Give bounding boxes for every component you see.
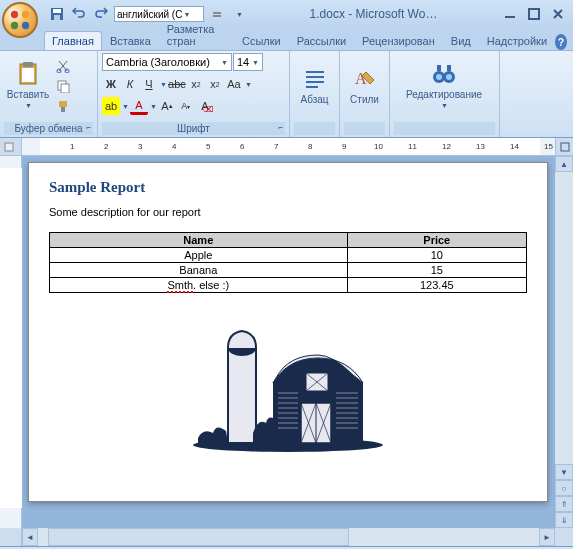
tab-mailings[interactable]: Рассылки [289, 31, 354, 50]
scroll-track[interactable] [555, 172, 573, 464]
tab-view[interactable]: Вид [443, 31, 479, 50]
superscript-button[interactable]: x2 [206, 75, 224, 93]
svg-point-2 [11, 22, 18, 29]
editing-label: Редактирование [406, 89, 482, 100]
svg-rect-19 [61, 107, 65, 112]
ribbon-tabs: Главная Вставка Разметка стран Ссылки Ра… [44, 28, 573, 50]
underline-button[interactable]: Ч [140, 75, 158, 93]
tab-references[interactable]: Ссылки [234, 31, 289, 50]
vertical-ruler[interactable] [0, 156, 22, 528]
vertical-scrollbar[interactable]: ▲ ▼ ○ ⇑ ⇓ [555, 156, 573, 528]
browse-object-button[interactable]: ○ [555, 480, 573, 496]
styles-group-label [344, 122, 385, 135]
svg-rect-18 [59, 101, 67, 107]
scroll-track-h[interactable] [38, 528, 539, 546]
bold-button[interactable]: Ж [102, 75, 120, 93]
font-size-select[interactable]: 14▼ [233, 53, 263, 71]
strike-button[interactable]: abc [168, 75, 186, 93]
svg-rect-17 [61, 84, 69, 93]
svg-rect-7 [213, 12, 221, 14]
tab-layout[interactable]: Разметка стран [159, 19, 234, 50]
svg-rect-8 [213, 15, 221, 17]
font-name-select[interactable]: Cambria (Заголовки)▼ [102, 53, 232, 71]
paragraph-icon [302, 66, 328, 92]
svg-rect-13 [22, 68, 34, 82]
svg-rect-10 [529, 9, 539, 19]
svg-rect-49 [228, 348, 256, 443]
col-price: Price [347, 233, 526, 248]
clipboard-launcher[interactable]: ⌐ [86, 123, 91, 132]
redo-icon[interactable] [92, 5, 110, 23]
col-name: Name [50, 233, 348, 248]
scroll-up-button[interactable]: ▲ [555, 156, 573, 172]
font-group-label: Шрифт⌐ [102, 122, 285, 135]
subscript-button[interactable]: x2 [187, 75, 205, 93]
paragraph-group-label [294, 122, 335, 135]
minimize-button[interactable] [499, 5, 521, 23]
svg-text:3: 3 [138, 142, 143, 151]
editing-button[interactable]: Редактирование ▼ [394, 53, 494, 117]
tab-review[interactable]: Рецензирован [354, 31, 443, 50]
tab-addins[interactable]: Надстройки [479, 31, 555, 50]
ruler-corner [0, 138, 22, 156]
table-row: Apple10 [50, 248, 527, 263]
save-icon[interactable] [48, 5, 66, 23]
tab-insert[interactable]: Вставка [102, 31, 159, 50]
svg-rect-31 [5, 143, 13, 151]
svg-rect-6 [54, 15, 60, 20]
italic-button[interactable]: К [121, 75, 139, 93]
ribbon: Вставить ▼ Буфер обмена⌐ Cambria (Заголо… [0, 50, 573, 138]
shrink-font-button[interactable]: A▾ [177, 97, 195, 115]
font-color-button[interactable]: A [130, 97, 148, 115]
paste-button[interactable]: Вставить ▼ [4, 53, 52, 117]
svg-text:9: 9 [342, 142, 347, 151]
format-painter-icon[interactable] [54, 97, 72, 115]
svg-point-27 [436, 74, 442, 80]
styles-label: Стили [350, 94, 379, 105]
highlight-button[interactable]: ab [102, 97, 120, 115]
paragraph-button[interactable]: Абзац [294, 53, 335, 117]
document-area: Sample Report Some description for our r… [0, 156, 573, 528]
table-header-row: Name Price [50, 233, 527, 248]
grow-font-button[interactable]: A▴ [158, 97, 176, 115]
report-table: Name Price Apple10 Banana15 Smth. else :… [49, 232, 527, 293]
undo-icon[interactable] [70, 5, 88, 23]
table-row: Banana15 [50, 263, 527, 278]
svg-rect-9 [505, 16, 515, 18]
svg-text:14: 14 [510, 142, 519, 151]
next-page-button[interactable]: ⇓ [555, 512, 573, 528]
svg-rect-30 [447, 65, 451, 71]
scroll-left-button[interactable]: ◄ [22, 528, 38, 546]
svg-rect-29 [437, 65, 441, 71]
tab-home[interactable]: Главная [44, 31, 102, 50]
svg-text:1: 1 [70, 142, 75, 151]
change-case-button[interactable]: Aa [225, 75, 243, 93]
svg-point-0 [11, 11, 18, 18]
styles-button[interactable]: A Стили [344, 53, 385, 117]
help-icon[interactable]: ? [555, 34, 567, 50]
font-launcher[interactable]: ⌐ [278, 123, 283, 132]
clipboard-icon [15, 61, 41, 87]
maximize-button[interactable] [523, 5, 545, 23]
document-page[interactable]: Sample Report Some description for our r… [28, 162, 548, 502]
svg-text:2: 2 [104, 142, 109, 151]
font-size-text: 14 [237, 56, 249, 68]
font-name-text: Cambria (Заголовки) [106, 56, 210, 68]
clear-formatting-button[interactable]: A⌫ [196, 97, 214, 115]
svg-text:4: 4 [172, 142, 177, 151]
copy-icon[interactable] [54, 77, 72, 95]
close-button[interactable] [547, 5, 569, 23]
scroll-right-button[interactable]: ► [539, 528, 555, 546]
svg-text:10: 10 [374, 142, 383, 151]
prev-page-button[interactable]: ⇑ [555, 496, 573, 512]
horizontal-ruler[interactable]: 123456789101112131415 [0, 138, 573, 156]
horizontal-scrollbar[interactable]: ◄ ► [22, 528, 555, 546]
svg-point-1 [22, 11, 29, 18]
paste-label: Вставить [7, 89, 49, 100]
svg-text:5: 5 [206, 142, 211, 151]
office-button[interactable] [2, 2, 38, 38]
binoculars-icon [431, 61, 457, 87]
cut-icon[interactable] [54, 57, 72, 75]
scroll-down-button[interactable]: ▼ [555, 464, 573, 480]
page-viewport[interactable]: Sample Report Some description for our r… [22, 156, 555, 528]
